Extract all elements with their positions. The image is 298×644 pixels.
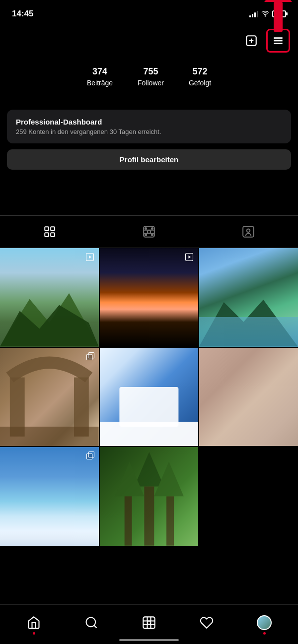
add-post-button[interactable] — [240, 30, 262, 52]
status-time: 14:45 — [12, 9, 33, 19]
photo-grid — [0, 248, 298, 546]
dashboard-subtitle: 259 Konten in den vergangenen 30 Tagen e… — [16, 128, 282, 135]
following-stat[interactable]: 572 Gefolgt — [189, 66, 211, 87]
multi-indicator-4 — [86, 352, 95, 361]
menu-button-wrapper — [266, 29, 290, 53]
svg-point-12 — [148, 230, 151, 234]
following-label: Gefolgt — [189, 79, 211, 87]
nav-search[interactable] — [79, 612, 104, 634]
svg-rect-39 — [124, 497, 132, 546]
svg-marker-22 — [0, 305, 99, 346]
nav-profile[interactable] — [252, 612, 277, 634]
grid-item-5[interactable] — [100, 348, 199, 447]
profile-avatar — [257, 615, 272, 630]
profile-dot — [263, 632, 266, 635]
svg-point-44 — [148, 621, 151, 624]
followers-label: Follower — [138, 79, 164, 87]
grid-item-1[interactable] — [0, 248, 99, 347]
home-indicator — [119, 639, 179, 641]
home-icon — [27, 616, 41, 630]
signal-icon — [249, 10, 258, 17]
video-indicator-1 — [85, 252, 95, 262]
svg-point-14 — [151, 228, 153, 229]
followers-stat[interactable]: 755 Follower — [138, 66, 164, 87]
menu-button[interactable] — [266, 29, 290, 53]
svg-rect-8 — [51, 227, 55, 231]
svg-rect-30 — [0, 427, 99, 447]
svg-rect-10 — [51, 233, 55, 237]
tab-grid[interactable] — [40, 222, 60, 242]
grid-item-3[interactable] — [199, 248, 298, 347]
following-count: 572 — [193, 66, 208, 77]
home-dot — [33, 632, 35, 635]
bottom-nav — [0, 604, 298, 644]
svg-point-16 — [151, 234, 153, 236]
dashboard-title: Professional-Dashboard — [16, 118, 282, 126]
grid-item-6[interactable] — [199, 348, 298, 447]
grid-item-2[interactable] — [100, 248, 199, 347]
svg-marker-35 — [134, 452, 164, 487]
reels-nav-icon — [142, 616, 156, 630]
svg-marker-26 — [189, 256, 191, 258]
svg-point-41 — [86, 617, 96, 627]
nav-reels[interactable] — [137, 612, 161, 634]
followers-count: 755 — [143, 66, 158, 77]
posts-count: 374 — [92, 66, 107, 77]
svg-line-42 — [94, 625, 96, 628]
multi-indicator-7 — [86, 451, 95, 460]
tagged-icon — [242, 225, 255, 238]
search-icon — [84, 616, 98, 630]
svg-rect-19 — [243, 226, 254, 237]
tab-tagged[interactable] — [238, 222, 258, 242]
heart-icon — [200, 616, 214, 630]
reels-icon — [143, 225, 155, 238]
svg-marker-24 — [89, 256, 91, 258]
grid-item-8[interactable] — [100, 447, 199, 546]
hamburger-icon — [272, 34, 285, 47]
posts-stat[interactable]: 374 Beiträge — [87, 66, 113, 87]
professional-dashboard-card[interactable]: Professional-Dashboard 259 Konten in den… — [7, 110, 291, 143]
svg-point-15 — [145, 234, 147, 236]
svg-point-20 — [247, 229, 250, 233]
nav-activity[interactable] — [194, 612, 219, 634]
svg-point-13 — [145, 228, 147, 229]
svg-rect-33 — [86, 454, 92, 459]
grid-item-7[interactable] — [0, 447, 99, 546]
posts-label: Beiträge — [87, 79, 113, 87]
header — [0, 25, 298, 57]
tab-reels[interactable] — [139, 222, 159, 242]
status-bar: 14:45 — [0, 0, 298, 25]
red-arrow — [264, 0, 292, 32]
svg-rect-32 — [86, 354, 92, 360]
grid-icon — [43, 225, 56, 238]
nav-home[interactable] — [21, 612, 46, 634]
plus-square-icon — [245, 34, 258, 47]
content-tabs — [0, 215, 298, 248]
edit-profile-button[interactable]: Profil bearbeiten — [7, 149, 291, 170]
grid-item-4[interactable] — [0, 348, 99, 447]
svg-rect-40 — [166, 497, 174, 546]
video-indicator-2 — [184, 252, 194, 262]
svg-rect-43 — [143, 617, 154, 628]
profile-stats: 374 Beiträge 755 Follower 572 Gefolgt — [0, 57, 298, 102]
svg-rect-38 — [144, 487, 154, 546]
svg-rect-7 — [45, 227, 49, 231]
svg-rect-9 — [45, 233, 49, 237]
